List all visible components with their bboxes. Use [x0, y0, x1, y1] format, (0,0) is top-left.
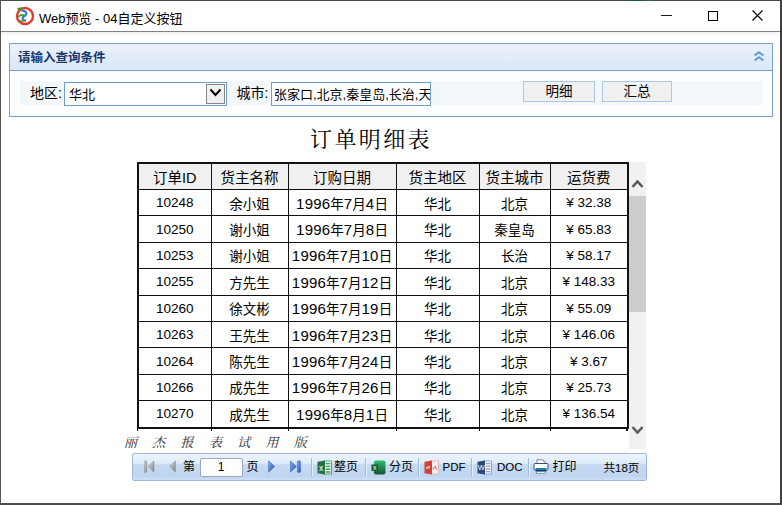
svg-text:W: W [478, 463, 486, 472]
svg-text:x: x [373, 464, 377, 471]
svg-text:x: x [319, 463, 324, 473]
